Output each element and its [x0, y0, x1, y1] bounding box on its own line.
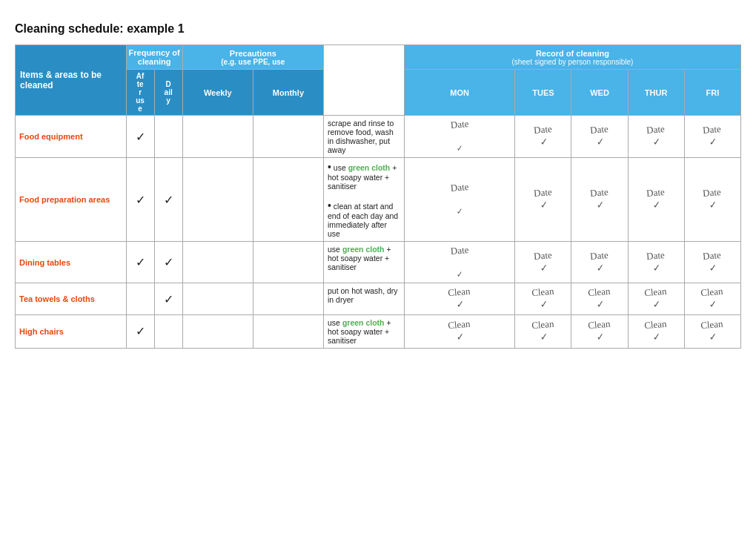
monthly-check-2 [253, 158, 323, 242]
item-food-prep: Food preparation areas [16, 158, 127, 242]
after-check-2: ✓ [126, 158, 154, 242]
daily-check-1 [154, 116, 182, 158]
after-check-4 [126, 283, 154, 315]
wed-sig-5: Clean✓ [571, 314, 628, 348]
mon-sig-3: Date✓ [404, 242, 515, 283]
daily-check-3: ✓ [154, 242, 182, 283]
thur-sig-1: Date✓ [628, 116, 684, 158]
table-row: High chairs ✓ use green cloth + hot soap… [16, 314, 741, 348]
table-row: Food equipment ✓ scrape and rinse to rem… [16, 116, 741, 158]
thur-sig-3: Date✓ [628, 242, 684, 283]
frequency-header: Frequency of cleaning [126, 45, 182, 70]
wed-sig-1: Date✓ [571, 116, 628, 158]
item-high-chairs: High chairs [16, 314, 127, 348]
thur-header: THUR [628, 70, 684, 116]
weekly-check-2 [182, 158, 253, 242]
weekly-header: Weekly [182, 70, 253, 116]
items-header: Items & areas to be cleaned [16, 45, 127, 116]
item-tea-towels: Tea towels & cloths [16, 283, 127, 315]
instruction-2: • use green cloth + hot soapy water + sa… [324, 158, 405, 242]
daily-check-2: ✓ [154, 158, 182, 242]
monthly-header: Monthly [253, 70, 323, 116]
tues-sig-3: Date✓ [515, 242, 571, 283]
monthly-check-3 [253, 242, 323, 283]
after-check-5: ✓ [126, 314, 154, 348]
mon-sig-4: Clean✓ [404, 283, 515, 315]
table-row: Tea towels & cloths ✓ put on hot wash, d… [16, 283, 741, 315]
table-row: Dining tables ✓ ✓ use green cloth + hot … [16, 242, 741, 283]
fri-sig-3: Date✓ [684, 242, 740, 283]
thur-sig-2: Date✓ [628, 158, 684, 242]
daily-check-5 [154, 314, 182, 348]
after-check-3: ✓ [126, 242, 154, 283]
fri-sig-2: Date✓ [684, 158, 740, 242]
monthly-check-5 [253, 314, 323, 348]
item-dining-tables: Dining tables [16, 242, 127, 283]
after-check-1: ✓ [126, 116, 154, 158]
tues-header: TUES [515, 70, 571, 116]
weekly-check-3 [182, 242, 253, 283]
weekly-check-4 [182, 283, 253, 315]
monthly-check-4 [253, 283, 323, 315]
weekly-check-1 [182, 116, 253, 158]
instruction-3: use green cloth + hot soapy water + sani… [324, 242, 405, 283]
record-header: Record of cleaning (sheet signed by pers… [404, 45, 740, 70]
after-header: Afteruse [126, 70, 154, 116]
monthly-check-1 [253, 116, 323, 158]
instruction-1: scrape and rinse to remove food, wash in… [324, 116, 405, 158]
fri-sig-5: Clean✓ [684, 314, 740, 348]
mon-sig-2: Date✓ [404, 158, 515, 242]
page-title: Cleaning schedule: example 1 [15, 22, 741, 36]
wed-sig-4: Clean✓ [571, 283, 628, 315]
tues-sig-2: Date✓ [515, 158, 571, 242]
daily-check-4: ✓ [154, 283, 182, 315]
wed-sig-3: Date✓ [571, 242, 628, 283]
precautions-header: Precautions (e.g. use PPE, use [182, 45, 323, 70]
tues-sig-4: Clean✓ [515, 283, 571, 315]
wed-header: WED [571, 70, 628, 116]
weekly-check-5 [182, 314, 253, 348]
thur-sig-4: Clean✓ [628, 283, 684, 315]
table-row: Food preparation areas ✓ ✓ • use green c… [16, 158, 741, 242]
mon-sig-1: Date✓ [404, 116, 515, 158]
tues-sig-5: Clean✓ [515, 314, 571, 348]
item-food-equipment: Food equipment [16, 116, 127, 158]
fri-header: FRI [684, 70, 740, 116]
fri-sig-4: Clean✓ [684, 283, 740, 315]
thur-sig-5: Clean✓ [628, 314, 684, 348]
mon-sig-5: Clean✓ [404, 314, 515, 348]
daily-header: Daily [154, 70, 182, 116]
tues-sig-1: Date✓ [515, 116, 571, 158]
mon-header: MON [404, 70, 515, 116]
fri-sig-1: Date✓ [684, 116, 740, 158]
instruction-4: put on hot wash, dry in dryer [324, 283, 405, 315]
wed-sig-2: Date✓ [571, 158, 628, 242]
instruction-5: use green cloth + hot soapy water + sani… [324, 314, 405, 348]
